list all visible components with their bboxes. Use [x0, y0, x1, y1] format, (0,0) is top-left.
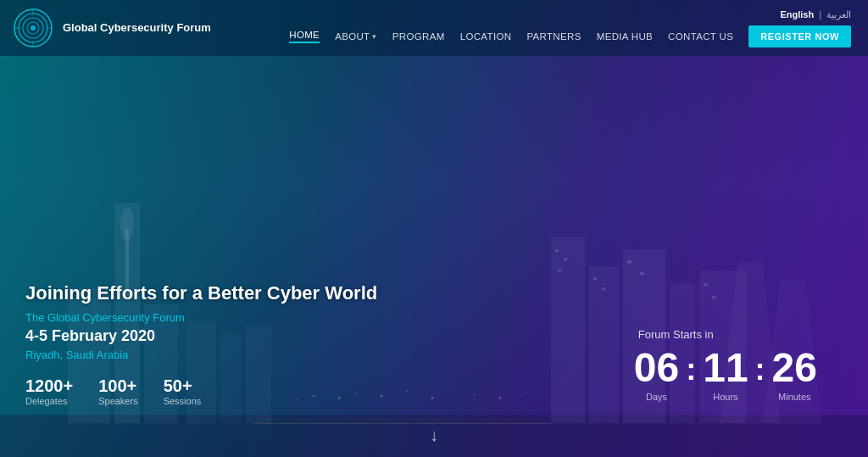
- svg-point-34: [474, 393, 476, 395]
- stat-sessions-label: Sessions: [164, 396, 202, 406]
- svg-rect-23: [704, 283, 708, 286]
- chevron-down-icon: ▾: [372, 32, 376, 41]
- svg-point-36: [525, 392, 526, 393]
- nav-contact-us[interactable]: CONTACT US: [668, 31, 733, 42]
- timer-days: 06 Days: [634, 348, 679, 402]
- timer-colon-1: :: [686, 352, 696, 387]
- nav-links: HOME ABOUT ▾ PROGRAM LOCATION PARTNERS M…: [289, 25, 851, 47]
- nav-partners[interactable]: PARTNERS: [526, 31, 581, 42]
- nav-home[interactable]: HOME: [289, 30, 320, 43]
- language-bar: English | العربية: [289, 9, 851, 20]
- timer-days-label: Days: [646, 392, 667, 402]
- logo-icon: [12, 7, 54, 49]
- timer-minutes-value: 26: [772, 348, 817, 388]
- countdown-area: Forum Starts in 06 Days : 11 Hours : 26 …: [634, 328, 817, 402]
- scroll-down-arrow[interactable]: ↓: [430, 426, 438, 445]
- svg-rect-9: [551, 237, 585, 423]
- svg-rect-24: [712, 296, 716, 298]
- countdown-timer: 06 Days : 11 Hours : 26 Minutes: [634, 348, 817, 402]
- svg-rect-20: [602, 287, 605, 290]
- svg-rect-19: [593, 277, 597, 280]
- hero-title: Joining Efforts for a Better Cyber World: [25, 282, 377, 304]
- timer-hours: 11 Hours: [703, 348, 748, 402]
- countdown-title: Forum Starts in: [634, 328, 817, 341]
- svg-point-35: [499, 397, 502, 399]
- lang-divider: |: [819, 9, 821, 20]
- timer-colon-2: :: [755, 352, 765, 387]
- hero-stats: 1200+ Delegates 100+ Speakers 50+ Sessio…: [25, 376, 377, 406]
- hero-subtitle: The Global Cybersecurity Forum: [25, 311, 377, 324]
- stat-delegates-number: 1200+: [25, 376, 73, 396]
- svg-rect-17: [564, 258, 567, 260]
- nav-about[interactable]: ABOUT ▾: [335, 31, 377, 42]
- svg-rect-21: [627, 260, 632, 263]
- stat-sessions: 50+ Sessions: [164, 376, 202, 406]
- svg-point-31: [431, 397, 434, 399]
- svg-point-41: [31, 25, 36, 31]
- logo-area[interactable]: Global Cybersecurity Forum: [12, 7, 211, 49]
- stat-speakers: 100+ Speakers: [98, 376, 137, 406]
- lang-arabic[interactable]: العربية: [826, 9, 851, 20]
- timer-minutes-label: Minutes: [778, 392, 811, 402]
- svg-point-29: [381, 395, 383, 398]
- svg-rect-16: [555, 249, 559, 252]
- timer-hours-value: 11: [703, 348, 748, 388]
- logo-text: Global Cybersecurity Forum: [63, 21, 211, 36]
- stat-sessions-number: 50+: [164, 376, 202, 396]
- stat-delegates-label: Delegates: [25, 396, 73, 406]
- svg-rect-18: [558, 269, 561, 271]
- hero-location: Riyadh, Saudi Arabia: [25, 348, 377, 361]
- nav-media-hub[interactable]: MEDIA HUB: [597, 31, 653, 42]
- hero-section: Global Cybersecurity Forum English | الع…: [0, 0, 868, 457]
- timer-minutes: 26 Minutes: [772, 348, 817, 402]
- svg-point-3: [120, 207, 134, 241]
- nav-location[interactable]: LOCATION: [460, 31, 512, 42]
- stat-delegates: 1200+ Delegates: [25, 376, 73, 406]
- hero-content: Joining Efforts for a Better Cyber World…: [25, 282, 377, 406]
- lang-english[interactable]: English: [780, 9, 814, 20]
- stat-speakers-label: Speakers: [98, 396, 137, 406]
- hero-date: 4-5 February 2020: [25, 327, 377, 345]
- timer-days-value: 06: [634, 348, 679, 388]
- stat-speakers-number: 100+: [98, 376, 137, 396]
- navbar: Global Cybersecurity Forum English | الع…: [0, 0, 868, 56]
- svg-point-30: [406, 390, 408, 392]
- timer-hours-label: Hours: [713, 392, 737, 402]
- nav-right: English | العربية HOME ABOUT ▾ PROGRAM L…: [289, 9, 851, 47]
- nav-program[interactable]: PROGRAM: [392, 31, 445, 42]
- register-now-button[interactable]: REGISTER NOW: [748, 25, 851, 47]
- svg-rect-22: [640, 272, 644, 275]
